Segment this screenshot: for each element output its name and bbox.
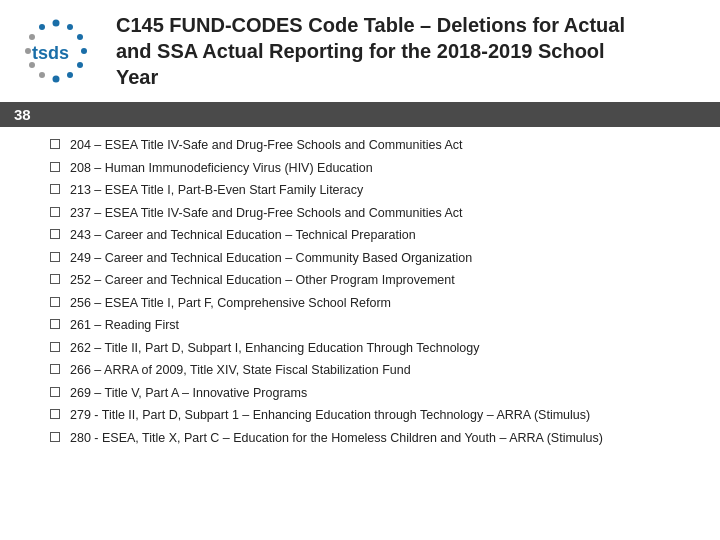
svg-point-5 (67, 72, 73, 78)
list-item-text: 261 – Reading First (70, 317, 179, 335)
list-item: 269 – Title V, Part A – Innovative Progr… (50, 385, 690, 403)
svg-point-4 (77, 62, 83, 68)
bullet-checkbox (50, 162, 60, 172)
bullet-checkbox (50, 229, 60, 239)
svg-point-6 (53, 76, 60, 83)
bullet-checkbox (50, 207, 60, 217)
list-item: 262 – Title II, Part D, Subpart I, Enhan… (50, 340, 690, 358)
tsds-logo: tsds (20, 15, 92, 87)
list-item: 237 – ESEA Title IV-Safe and Drug-Free S… (50, 205, 690, 223)
list-item: 256 – ESEA Title I, Part F, Comprehensiv… (50, 295, 690, 313)
svg-point-1 (67, 24, 73, 30)
list-item: 243 – Career and Technical Education – T… (50, 227, 690, 245)
bullet-checkbox (50, 297, 60, 307)
header: tsds C145 FUND-CODES Code Table – Deleti… (0, 0, 720, 102)
list-item: 208 – Human Immunodeficiency Virus (HIV)… (50, 160, 690, 178)
list-item-text: 204 – ESEA Title IV-Safe and Drug-Free S… (70, 137, 463, 155)
bullet-checkbox (50, 319, 60, 329)
page-title: C145 FUND-CODES Code Table – Deletions f… (116, 12, 625, 90)
bullet-checkbox (50, 274, 60, 284)
list-item-text: 269 – Title V, Part A – Innovative Progr… (70, 385, 307, 403)
list-item-text: 280 - ESEA, Title X, Part C – Education … (70, 430, 603, 448)
list-item-text: 243 – Career and Technical Education – T… (70, 227, 416, 245)
title-area: C145 FUND-CODES Code Table – Deletions f… (116, 12, 625, 90)
bullet-checkbox (50, 139, 60, 149)
list-item: 249 – Career and Technical Education – C… (50, 250, 690, 268)
list-item: 204 – ESEA Title IV-Safe and Drug-Free S… (50, 137, 690, 155)
list-item: 280 - ESEA, Title X, Part C – Education … (50, 430, 690, 448)
svg-point-0 (53, 20, 60, 27)
bullet-checkbox (50, 387, 60, 397)
bullet-checkbox (50, 364, 60, 374)
bullet-checkbox (50, 342, 60, 352)
list-item-text: 208 – Human Immunodeficiency Virus (HIV)… (70, 160, 373, 178)
list-item-text: 279 - Title II, Part D, Subpart 1 – Enha… (70, 407, 590, 425)
list-item: 279 - Title II, Part D, Subpart 1 – Enha… (50, 407, 690, 425)
list-item-text: 262 – Title II, Part D, Subpart I, Enhan… (70, 340, 480, 358)
list-item-text: 252 – Career and Technical Education – O… (70, 272, 455, 290)
bullet-checkbox (50, 409, 60, 419)
list-item-text: 213 – ESEA Title I, Part-B-Even Start Fa… (70, 182, 363, 200)
list-item: 266 – ARRA of 2009, Title XIV, State Fis… (50, 362, 690, 380)
svg-point-9 (25, 48, 31, 54)
svg-point-7 (39, 72, 45, 78)
svg-point-3 (81, 48, 87, 54)
list-item: 213 – ESEA Title I, Part-B-Even Start Fa… (50, 182, 690, 200)
bullet-checkbox (50, 252, 60, 262)
svg-point-11 (39, 24, 45, 30)
list-item-text: 237 – ESEA Title IV-Safe and Drug-Free S… (70, 205, 463, 223)
bullet-checkbox (50, 184, 60, 194)
list-item: 261 – Reading First (50, 317, 690, 335)
list-item: 252 – Career and Technical Education – O… (50, 272, 690, 290)
svg-point-2 (77, 34, 83, 40)
bullet-list: 204 – ESEA Title IV-Safe and Drug-Free S… (50, 137, 690, 447)
content-area: 204 – ESEA Title IV-Safe and Drug-Free S… (0, 127, 720, 462)
list-item-text: 256 – ESEA Title I, Part F, Comprehensiv… (70, 295, 391, 313)
slide-number-bar: 38 (0, 102, 720, 127)
svg-point-10 (29, 34, 35, 40)
logo-area: tsds (20, 15, 92, 87)
bullet-checkbox (50, 432, 60, 442)
svg-text:tsds: tsds (32, 43, 69, 63)
list-item-text: 266 – ARRA of 2009, Title XIV, State Fis… (70, 362, 411, 380)
list-item-text: 249 – Career and Technical Education – C… (70, 250, 472, 268)
